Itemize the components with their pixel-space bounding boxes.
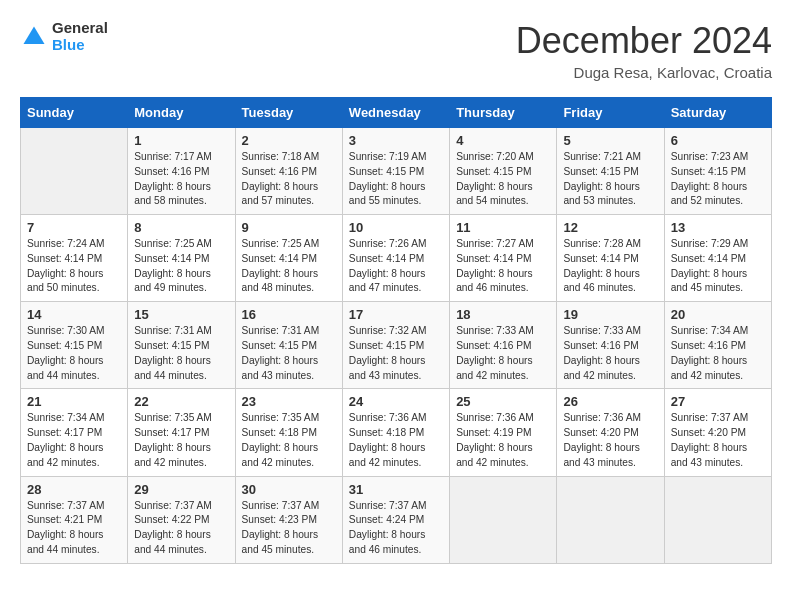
day-number: 23 (242, 394, 336, 409)
day-number: 30 (242, 482, 336, 497)
day-detail: Sunrise: 7:36 AMSunset: 4:18 PMDaylight:… (349, 411, 443, 470)
day-detail: Sunrise: 7:30 AMSunset: 4:15 PMDaylight:… (27, 324, 121, 383)
day-header-wednesday: Wednesday (342, 98, 449, 128)
day-detail: Sunrise: 7:29 AMSunset: 4:14 PMDaylight:… (671, 237, 765, 296)
day-number: 14 (27, 307, 121, 322)
day-header-friday: Friday (557, 98, 664, 128)
day-cell-4: 4Sunrise: 7:20 AMSunset: 4:15 PMDaylight… (450, 128, 557, 215)
day-header-thursday: Thursday (450, 98, 557, 128)
day-cell-22: 22Sunrise: 7:35 AMSunset: 4:17 PMDayligh… (128, 389, 235, 476)
day-header-sunday: Sunday (21, 98, 128, 128)
day-number: 25 (456, 394, 550, 409)
day-cell-29: 29Sunrise: 7:37 AMSunset: 4:22 PMDayligh… (128, 476, 235, 563)
day-cell-10: 10Sunrise: 7:26 AMSunset: 4:14 PMDayligh… (342, 215, 449, 302)
day-number: 2 (242, 133, 336, 148)
day-detail: Sunrise: 7:26 AMSunset: 4:14 PMDaylight:… (349, 237, 443, 296)
day-number: 16 (242, 307, 336, 322)
day-number: 5 (563, 133, 657, 148)
logo: General Blue (20, 20, 108, 53)
calendar-week-5: 28Sunrise: 7:37 AMSunset: 4:21 PMDayligh… (21, 476, 772, 563)
page-header: General Blue December 2024 Duga Resa, Ka… (20, 20, 772, 81)
location: Duga Resa, Karlovac, Croatia (516, 64, 772, 81)
month-title: December 2024 (516, 20, 772, 62)
day-number: 21 (27, 394, 121, 409)
day-detail: Sunrise: 7:34 AMSunset: 4:17 PMDaylight:… (27, 411, 121, 470)
day-detail: Sunrise: 7:34 AMSunset: 4:16 PMDaylight:… (671, 324, 765, 383)
day-detail: Sunrise: 7:25 AMSunset: 4:14 PMDaylight:… (242, 237, 336, 296)
day-number: 31 (349, 482, 443, 497)
calendar-week-3: 14Sunrise: 7:30 AMSunset: 4:15 PMDayligh… (21, 302, 772, 389)
logo-icon (20, 23, 48, 51)
day-number: 15 (134, 307, 228, 322)
day-cell-19: 19Sunrise: 7:33 AMSunset: 4:16 PMDayligh… (557, 302, 664, 389)
day-detail: Sunrise: 7:18 AMSunset: 4:16 PMDaylight:… (242, 150, 336, 209)
day-number: 17 (349, 307, 443, 322)
day-cell-17: 17Sunrise: 7:32 AMSunset: 4:15 PMDayligh… (342, 302, 449, 389)
day-cell-16: 16Sunrise: 7:31 AMSunset: 4:15 PMDayligh… (235, 302, 342, 389)
day-number: 19 (563, 307, 657, 322)
day-detail: Sunrise: 7:37 AMSunset: 4:24 PMDaylight:… (349, 499, 443, 558)
day-number: 28 (27, 482, 121, 497)
day-cell-31: 31Sunrise: 7:37 AMSunset: 4:24 PMDayligh… (342, 476, 449, 563)
day-detail: Sunrise: 7:35 AMSunset: 4:18 PMDaylight:… (242, 411, 336, 470)
empty-cell (557, 476, 664, 563)
day-cell-24: 24Sunrise: 7:36 AMSunset: 4:18 PMDayligh… (342, 389, 449, 476)
day-detail: Sunrise: 7:27 AMSunset: 4:14 PMDaylight:… (456, 237, 550, 296)
day-cell-15: 15Sunrise: 7:31 AMSunset: 4:15 PMDayligh… (128, 302, 235, 389)
day-cell-25: 25Sunrise: 7:36 AMSunset: 4:19 PMDayligh… (450, 389, 557, 476)
day-cell-27: 27Sunrise: 7:37 AMSunset: 4:20 PMDayligh… (664, 389, 771, 476)
day-number: 6 (671, 133, 765, 148)
day-number: 20 (671, 307, 765, 322)
day-cell-2: 2Sunrise: 7:18 AMSunset: 4:16 PMDaylight… (235, 128, 342, 215)
day-cell-13: 13Sunrise: 7:29 AMSunset: 4:14 PMDayligh… (664, 215, 771, 302)
day-cell-9: 9Sunrise: 7:25 AMSunset: 4:14 PMDaylight… (235, 215, 342, 302)
day-number: 29 (134, 482, 228, 497)
day-detail: Sunrise: 7:32 AMSunset: 4:15 PMDaylight:… (349, 324, 443, 383)
day-cell-5: 5Sunrise: 7:21 AMSunset: 4:15 PMDaylight… (557, 128, 664, 215)
title-block: December 2024 Duga Resa, Karlovac, Croat… (516, 20, 772, 81)
calendar-week-4: 21Sunrise: 7:34 AMSunset: 4:17 PMDayligh… (21, 389, 772, 476)
day-number: 4 (456, 133, 550, 148)
day-cell-28: 28Sunrise: 7:37 AMSunset: 4:21 PMDayligh… (21, 476, 128, 563)
day-number: 26 (563, 394, 657, 409)
day-detail: Sunrise: 7:31 AMSunset: 4:15 PMDaylight:… (242, 324, 336, 383)
day-number: 8 (134, 220, 228, 235)
day-number: 3 (349, 133, 443, 148)
day-number: 24 (349, 394, 443, 409)
day-number: 18 (456, 307, 550, 322)
calendar-table: SundayMondayTuesdayWednesdayThursdayFrid… (20, 97, 772, 564)
day-detail: Sunrise: 7:20 AMSunset: 4:15 PMDaylight:… (456, 150, 550, 209)
day-header-monday: Monday (128, 98, 235, 128)
empty-cell (450, 476, 557, 563)
day-detail: Sunrise: 7:19 AMSunset: 4:15 PMDaylight:… (349, 150, 443, 209)
day-detail: Sunrise: 7:33 AMSunset: 4:16 PMDaylight:… (563, 324, 657, 383)
day-detail: Sunrise: 7:33 AMSunset: 4:16 PMDaylight:… (456, 324, 550, 383)
day-cell-21: 21Sunrise: 7:34 AMSunset: 4:17 PMDayligh… (21, 389, 128, 476)
day-detail: Sunrise: 7:37 AMSunset: 4:23 PMDaylight:… (242, 499, 336, 558)
empty-cell (21, 128, 128, 215)
day-number: 10 (349, 220, 443, 235)
day-cell-30: 30Sunrise: 7:37 AMSunset: 4:23 PMDayligh… (235, 476, 342, 563)
day-number: 11 (456, 220, 550, 235)
day-cell-8: 8Sunrise: 7:25 AMSunset: 4:14 PMDaylight… (128, 215, 235, 302)
day-cell-26: 26Sunrise: 7:36 AMSunset: 4:20 PMDayligh… (557, 389, 664, 476)
day-detail: Sunrise: 7:28 AMSunset: 4:14 PMDaylight:… (563, 237, 657, 296)
logo-general: General (52, 20, 108, 37)
svg-marker-0 (24, 26, 45, 44)
day-detail: Sunrise: 7:35 AMSunset: 4:17 PMDaylight:… (134, 411, 228, 470)
day-detail: Sunrise: 7:37 AMSunset: 4:21 PMDaylight:… (27, 499, 121, 558)
day-number: 13 (671, 220, 765, 235)
day-cell-1: 1Sunrise: 7:17 AMSunset: 4:16 PMDaylight… (128, 128, 235, 215)
day-detail: Sunrise: 7:25 AMSunset: 4:14 PMDaylight:… (134, 237, 228, 296)
day-detail: Sunrise: 7:37 AMSunset: 4:22 PMDaylight:… (134, 499, 228, 558)
day-detail: Sunrise: 7:24 AMSunset: 4:14 PMDaylight:… (27, 237, 121, 296)
day-detail: Sunrise: 7:17 AMSunset: 4:16 PMDaylight:… (134, 150, 228, 209)
day-detail: Sunrise: 7:36 AMSunset: 4:20 PMDaylight:… (563, 411, 657, 470)
day-cell-23: 23Sunrise: 7:35 AMSunset: 4:18 PMDayligh… (235, 389, 342, 476)
day-detail: Sunrise: 7:37 AMSunset: 4:20 PMDaylight:… (671, 411, 765, 470)
day-header-saturday: Saturday (664, 98, 771, 128)
day-detail: Sunrise: 7:21 AMSunset: 4:15 PMDaylight:… (563, 150, 657, 209)
day-cell-6: 6Sunrise: 7:23 AMSunset: 4:15 PMDaylight… (664, 128, 771, 215)
day-cell-3: 3Sunrise: 7:19 AMSunset: 4:15 PMDaylight… (342, 128, 449, 215)
day-cell-7: 7Sunrise: 7:24 AMSunset: 4:14 PMDaylight… (21, 215, 128, 302)
